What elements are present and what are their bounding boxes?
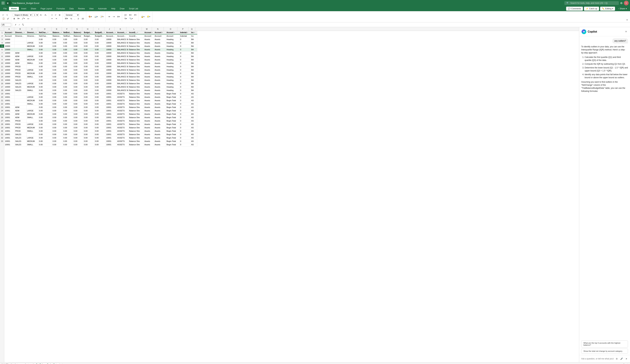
- cell-30-16[interactable]: 0: [180, 133, 190, 136]
- cell-17-10[interactable]: 10000: [105, 89, 116, 92]
- cell-4-14[interactable]: Assets: [154, 44, 166, 48]
- cell-25-17[interactable]: AS: [190, 116, 197, 119]
- cell-25-8[interactable]: 0.00: [83, 116, 94, 119]
- cell-8-1[interactable]: 10000: [4, 58, 14, 61]
- row-num-23[interactable]: 23: [0, 106, 4, 109]
- cell-17-17[interactable]: BA: [190, 89, 197, 92]
- decrease-decimal-button[interactable]: .0: [76, 17, 80, 20]
- cell-23-11[interactable]: ASSETS: [116, 109, 128, 112]
- cell-26-13[interactable]: Assets: [144, 119, 154, 123]
- cell-31-4[interactable]: 0.00: [38, 136, 52, 140]
- cell-30-15[interactable]: Begin-Total: [166, 133, 180, 136]
- cell-10-13[interactable]: Assets: [144, 65, 154, 68]
- cell-2-4[interactable]: 0.00: [38, 38, 52, 41]
- row-num-13[interactable]: 13: [0, 72, 4, 75]
- cell-29-9[interactable]: 0.00: [94, 129, 105, 133]
- cell-31-6[interactable]: 0.00: [62, 136, 73, 140]
- cell-4-1[interactable]: 10000: [4, 44, 14, 48]
- cell-2-12[interactable]: Balance She: [128, 38, 144, 41]
- header-col-E[interactable]: Balance... ▾: [52, 31, 62, 34]
- cell-13-15[interactable]: Heading: [166, 75, 180, 78]
- tab-script-lab[interactable]: Script Lab: [127, 7, 140, 10]
- cell-13-3[interactable]: SMALL: [26, 75, 38, 78]
- cell-21-3[interactable]: SMALL: [26, 102, 38, 106]
- cell-16-13[interactable]: Assets: [144, 85, 154, 89]
- cell-18-12[interactable]: Balance She: [128, 92, 144, 95]
- cell-14-7[interactable]: 0.00: [73, 78, 83, 82]
- cell-7-14[interactable]: Assets: [154, 55, 166, 58]
- cell-30-4[interactable]: 0.00: [38, 133, 52, 136]
- cell-22-12[interactable]: Balance She: [128, 106, 144, 109]
- cell-22-7[interactable]: 0.00: [73, 106, 83, 109]
- cell-22-11[interactable]: ASSETS: [116, 106, 128, 109]
- cell-2-17[interactable]: BA: [190, 38, 197, 41]
- cell-27-12[interactable]: Balance She: [128, 123, 144, 126]
- header-col-O[interactable]: Account ▾: [166, 31, 180, 34]
- cell-6-5[interactable]: 0.00: [52, 51, 62, 55]
- cell-15-4[interactable]: 0.00: [38, 82, 52, 85]
- cell-22-17[interactable]: AS: [190, 106, 197, 109]
- cell-31-9[interactable]: 0.00: [94, 136, 105, 140]
- cell-26-8[interactable]: 0.00: [83, 119, 94, 123]
- cell-29-10[interactable]: 10001: [105, 129, 116, 133]
- cell-28-17[interactable]: AS: [190, 126, 197, 129]
- cell-8-17[interactable]: BA: [190, 58, 197, 61]
- cell-27-7[interactable]: 0.00: [73, 123, 83, 126]
- cell-21-1[interactable]: 10001: [4, 102, 14, 106]
- cell-10-14[interactable]: Assets: [154, 65, 166, 68]
- cell-4-15[interactable]: Heading: [166, 44, 180, 48]
- cell-3-9[interactable]: 0.00: [94, 41, 105, 44]
- cell-13-11[interactable]: BALANCE SH: [116, 75, 128, 78]
- cell-33-8[interactable]: 0.00: [83, 143, 94, 146]
- tab-share[interactable]: Share: [29, 7, 38, 10]
- cell-7-15[interactable]: Heading: [166, 55, 180, 58]
- cell-7-17[interactable]: BA: [190, 55, 197, 58]
- cell-10-3[interactable]: [26, 65, 38, 68]
- comma-button[interactable]: ,: [74, 17, 76, 20]
- cell-24-5[interactable]: 0.00: [52, 112, 62, 116]
- cell-26-12[interactable]: Balance She: [128, 119, 144, 123]
- cell-29-3[interactable]: SMALL: [26, 129, 38, 133]
- cell-6-14[interactable]: Assets: [154, 51, 166, 55]
- cell-6-10[interactable]: 10000: [105, 51, 116, 55]
- cell-3-7[interactable]: 0.00: [73, 41, 83, 44]
- cell-13-1[interactable]: 10000: [4, 75, 14, 78]
- cell-28-6[interactable]: 0.00: [62, 126, 73, 129]
- cell-21-10[interactable]: 10001: [105, 102, 116, 106]
- row-num-21[interactable]: 21: [0, 99, 4, 102]
- cell-3-12[interactable]: Balance She: [128, 41, 144, 44]
- cell-7-12[interactable]: Balance She: [128, 55, 144, 58]
- increase-decimal-button[interactable]: .00: [80, 17, 85, 20]
- copilot-input[interactable]: [581, 358, 614, 360]
- cell-13-5[interactable]: 0.00: [52, 75, 62, 78]
- cell-1-5[interactable]: Balance...: [52, 34, 62, 38]
- cell-12-10[interactable]: 10000: [105, 72, 116, 75]
- sheet-menu-button[interactable]: ☰: [6, 363, 8, 364]
- cell-24-8[interactable]: 0.00: [83, 112, 94, 116]
- tab-insert[interactable]: Insert: [19, 7, 28, 10]
- cell-14-12[interactable]: Balance She: [128, 78, 144, 82]
- cell-32-5[interactable]: 0.00: [52, 140, 62, 143]
- col-header-B[interactable]: B: [14, 27, 26, 31]
- cell-8-9[interactable]: 0.00: [94, 58, 105, 61]
- cell-15-1[interactable]: 10000: [4, 82, 14, 85]
- cell-24-6[interactable]: 0.00: [62, 112, 73, 116]
- cell-31-1[interactable]: 10001: [4, 136, 14, 140]
- cell-28-7[interactable]: 0.00: [73, 126, 83, 129]
- cell-1-11[interactable]: Account...: [116, 34, 128, 38]
- cell-22-6[interactable]: 0.00: [62, 106, 73, 109]
- cell-6-2[interactable]: ADM: [14, 51, 26, 55]
- cell-9-6[interactable]: 0.00: [62, 61, 73, 65]
- cell-12-16[interactable]: 0: [180, 72, 190, 75]
- cell-16-10[interactable]: 10000: [105, 85, 116, 89]
- row-num-28[interactable]: 28: [0, 123, 4, 126]
- cell-2-9[interactable]: 0.00: [94, 38, 105, 41]
- cell-27-17[interactable]: AS: [190, 123, 197, 126]
- cell-28-2[interactable]: PROD: [14, 126, 26, 129]
- cell-20-6[interactable]: 0.00: [62, 99, 73, 102]
- cell-21-4[interactable]: 0.00: [38, 102, 52, 106]
- cell-26-6[interactable]: 0.00: [62, 119, 73, 123]
- cell-29-11[interactable]: ASSETS: [116, 129, 128, 133]
- cell-15-11[interactable]: BALANCE SH: [116, 82, 128, 85]
- cell-30-13[interactable]: Assets: [144, 133, 154, 136]
